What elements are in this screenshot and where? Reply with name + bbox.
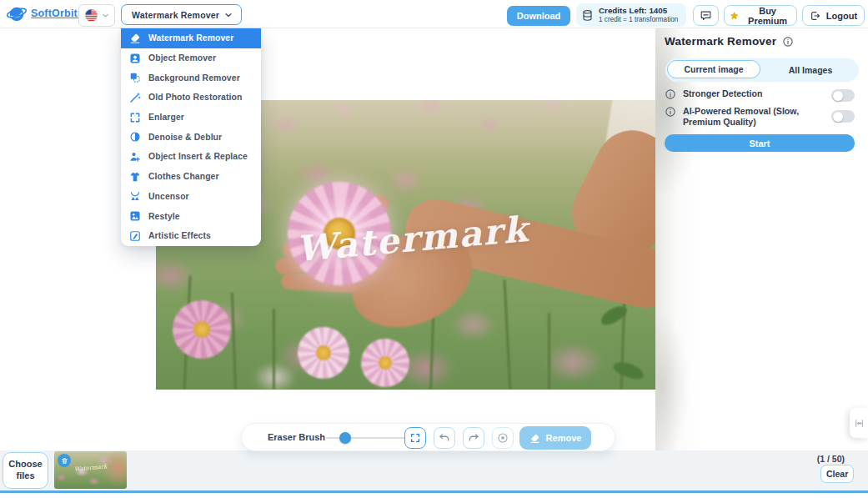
brush-size-slider-thumb[interactable] (339, 432, 351, 444)
chat-icon (700, 9, 712, 22)
editor-toolbar: Eraser Brush Remove (241, 423, 615, 451)
clothes-icon (129, 171, 141, 183)
half-blur-icon (129, 131, 141, 143)
stronger-detection-toggle[interactable] (831, 89, 855, 102)
toggle-knob (833, 112, 843, 122)
small-flower (173, 300, 231, 359)
credits-info: Credits Left: 1405 1 credit = 1 transfor… (576, 3, 686, 27)
menu-item-label: Watermark Remover (148, 33, 233, 43)
person-badge-icon (129, 53, 141, 64)
buy-premium-button[interactable]: Buy Premium (724, 5, 797, 26)
star-icon (730, 10, 739, 22)
option-label: Stronger Detection (683, 88, 815, 99)
redo-button[interactable] (463, 427, 484, 449)
credits-db-icon (581, 9, 594, 22)
menu-item-uncensor[interactable]: Uncensor (121, 187, 261, 207)
panel-title: Watermark Remover (665, 35, 776, 48)
menu-item-denoise-deblur[interactable]: Denoise & Deblur (121, 127, 261, 147)
buy-premium-label: Buy Premium (744, 6, 791, 26)
delete-image-button[interactable] (58, 454, 71, 467)
remove-button[interactable]: Remove (519, 426, 591, 450)
undo-icon (439, 432, 450, 444)
layers-icon (129, 72, 141, 83)
image-counter: (1 / 50) (817, 454, 845, 464)
menu-item-label: Old Photo Restoration (148, 93, 242, 102)
logout-label: Logout (826, 11, 857, 21)
chevron-down-icon (223, 10, 233, 20)
menu-item-old-photo-restoration[interactable]: Old Photo Restoration (121, 88, 261, 108)
stem (548, 313, 550, 390)
eraser-icon (129, 33, 141, 44)
menu-item-enlarger[interactable]: Enlarger (121, 108, 261, 128)
toggle-knob (833, 91, 843, 101)
option-label: AI-Powered Removal (Slow, Premium Qualit… (683, 106, 815, 127)
menu-item-label: Clothes Changer (148, 172, 219, 181)
clear-button[interactable]: Clear (820, 465, 854, 483)
tool-select-value: Watermark Remover (132, 10, 223, 20)
brand-name: SoftOrbits (31, 8, 83, 19)
menu-item-clothes-changer[interactable]: Clothes Changer (121, 167, 261, 187)
logout-icon (810, 10, 821, 22)
person-insert-icon (129, 151, 141, 163)
small-flower (361, 339, 409, 387)
redo-icon (468, 432, 479, 444)
footer: Choose files Watermark (1 / 50) Clear (0, 450, 868, 498)
menu-item-label: Artistic Effects (148, 231, 211, 240)
fullscreen-button[interactable] (404, 427, 426, 449)
credits-note: 1 credit = 1 transformation (599, 16, 678, 24)
menu-item-label: Object Remover (148, 53, 216, 63)
tool-select[interactable]: Watermark Remover (121, 4, 242, 25)
panel-title-row: Watermark Remover (665, 35, 794, 48)
menu-item-label: Denoise & Deblur (148, 133, 222, 142)
menu-item-restyle[interactable]: Restyle (121, 206, 261, 226)
info-icon[interactable] (665, 106, 676, 118)
bikini-icon (129, 190, 141, 202)
bottom-divider (0, 490, 868, 493)
remove-label: Remove (546, 433, 582, 443)
footer-background (0, 450, 868, 490)
tool-dropdown-menu: Watermark Remover Object Remover Backgro… (121, 28, 261, 246)
menu-item-object-remover[interactable]: Object Remover (121, 48, 261, 68)
tab-current-image[interactable]: Current image (667, 60, 760, 78)
choose-files-button[interactable]: Choose files (3, 452, 48, 489)
stem (273, 309, 275, 390)
image-icon (129, 210, 141, 222)
menu-item-label: Object Insert & Replace (148, 152, 248, 161)
option-stronger-detection: Stronger Detection (665, 88, 858, 100)
topbar: SoftOrbits Watermark Remover Download Cr… (0, 0, 868, 28)
wand-icon (129, 92, 141, 103)
menu-item-artistic-effects[interactable]: Artistic Effects (121, 226, 261, 246)
credits-left: Credits Left: 1405 (599, 6, 678, 16)
eraser-icon (529, 433, 540, 444)
us-flag-icon (84, 8, 98, 23)
small-flower (298, 327, 349, 379)
start-button[interactable]: Start (665, 134, 855, 152)
feedback-button[interactable] (693, 5, 719, 26)
tab-all-images[interactable]: All Images (764, 58, 857, 82)
info-icon[interactable] (782, 36, 794, 48)
right-panel: Watermark Remover Current image All Imag… (663, 28, 859, 450)
menu-item-background-remover[interactable]: Background Remover (121, 68, 261, 88)
menu-item-label: Uncensor (148, 192, 189, 201)
ai-powered-removal-toggle[interactable] (831, 110, 855, 123)
preview-icon (497, 432, 509, 444)
thumbnail-watermark: Watermark (74, 463, 108, 472)
watermark-remover-app: SoftOrbits Watermark Remover Download Cr… (0, 0, 868, 498)
menu-item-watermark-remover[interactable]: Watermark Remover (121, 28, 261, 48)
undo-button[interactable] (434, 427, 455, 449)
menu-item-object-insert-replace[interactable]: Object Insert & Replace (121, 147, 261, 167)
softorbits-logo[interactable]: SoftOrbits (6, 3, 83, 24)
info-icon[interactable] (665, 88, 676, 100)
panel-collapse-handle[interactable] (850, 408, 868, 438)
logout-button[interactable]: Logout (802, 5, 865, 26)
chevron-down-icon (101, 11, 110, 20)
preview-button[interactable] (492, 427, 514, 449)
scope-tabs: Current image All Images (665, 58, 859, 82)
image-thumbnail[interactable]: Watermark (54, 451, 127, 489)
option-ai-powered-removal: AI-Powered Removal (Slow, Premium Qualit… (665, 106, 858, 127)
menu-item-label: Background Remover (148, 73, 240, 83)
language-select[interactable] (78, 4, 115, 27)
pen-icon (129, 230, 141, 242)
brush-size-label: Eraser Brush (268, 432, 325, 442)
download-button[interactable]: Download (507, 6, 570, 26)
